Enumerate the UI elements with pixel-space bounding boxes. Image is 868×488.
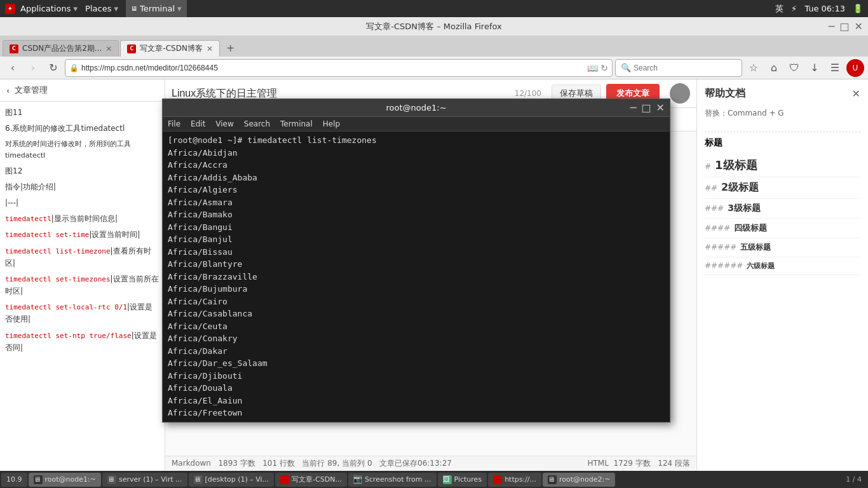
taskbar-item-server[interactable]: 🖥 server (1) – Virt ... bbox=[102, 473, 187, 487]
terminal-maximize-btn[interactable]: □ bbox=[641, 102, 651, 114]
terminal-title: root@node1:~ bbox=[386, 103, 446, 112]
heading-h3-item: ### 3级标题 bbox=[705, 199, 860, 219]
word-counter: 12/100 bbox=[515, 89, 541, 98]
maximize-btn[interactable]: □ bbox=[839, 20, 849, 32]
address-bar[interactable]: 🔒 📖 ↻ bbox=[65, 59, 613, 77]
tab-2-label: 写文章-CSDN博客 bbox=[140, 43, 203, 54]
taskbar-item-pictures[interactable]: 🖼 Pictures bbox=[438, 473, 487, 487]
article-title-input[interactable] bbox=[172, 88, 510, 99]
close-btn[interactable]: ✕ bbox=[855, 20, 863, 32]
editor-header: ‹ 文章管理 bbox=[0, 79, 165, 102]
reload-btn[interactable]: ↻ bbox=[44, 59, 62, 77]
terminal-line: Africa/Bujumbura bbox=[168, 283, 665, 295]
code-timedatectl-2: timedatectl set-time bbox=[5, 231, 89, 239]
taskbar-label-4: 写文章-CSDN... bbox=[292, 475, 342, 484]
tab-2-close[interactable]: ✕ bbox=[207, 44, 213, 53]
taskbar-item-terminal[interactable]: 🖥 root@node1:~ bbox=[29, 473, 101, 487]
content-line-10: timedatectl set-timezones|设置当前所在时区| bbox=[5, 273, 159, 297]
user-avatar-editor[interactable] bbox=[670, 83, 690, 104]
taskbar-item-csdn[interactable]: 写文章-CSDN... bbox=[275, 473, 347, 487]
content-line-9: timedatectl list-timezone|查看所有时区| bbox=[5, 245, 159, 269]
content-line-4: 图12 bbox=[5, 165, 159, 177]
minimize-btn[interactable]: ─ bbox=[829, 20, 835, 32]
download-icon[interactable]: ↓ bbox=[806, 59, 824, 77]
tab-2-icon: C bbox=[127, 44, 136, 53]
taskbar-server-icon: 🖥 bbox=[107, 475, 116, 484]
terminal-line: Africa/Algiers bbox=[168, 184, 665, 196]
shield-icon[interactable]: 🛡 bbox=[785, 59, 803, 77]
current-pos: 当前行 89, 当前列 0 bbox=[302, 459, 372, 468]
clock: Tue 06:13 bbox=[804, 4, 845, 13]
bookmark-icon[interactable]: ☆ bbox=[745, 59, 763, 77]
back-btn[interactable]: ‹ bbox=[4, 59, 22, 77]
language-indicator[interactable]: 英 bbox=[775, 3, 783, 15]
terminal-menu[interactable]: 🖥 Terminal ▾ bbox=[126, 0, 186, 17]
places-menu[interactable]: Places bbox=[85, 4, 111, 13]
terminal-minimize-btn[interactable]: ─ bbox=[630, 102, 637, 114]
heading-h1-item: # 1级标题 bbox=[705, 154, 860, 177]
terminal-line: Africa/El_Aaiun bbox=[168, 395, 665, 407]
home-icon[interactable]: ⌂ bbox=[765, 59, 783, 77]
terminal-close-btn[interactable]: ✕ bbox=[656, 102, 665, 114]
content-line-12: timedatectl set-ntp true/flase|设置是否同| bbox=[5, 330, 159, 354]
terminal-edit-menu[interactable]: Edit bbox=[191, 118, 205, 130]
tab-1-icon: C bbox=[10, 44, 18, 53]
terminal-file-menu[interactable]: File bbox=[168, 118, 180, 130]
terminal-line: Africa/Djibouti bbox=[168, 370, 665, 383]
terminal-help-menu[interactable]: Help bbox=[323, 118, 340, 130]
tab-1-label: CSDN产品公告第2期... bbox=[22, 43, 102, 54]
terminal-menubar: File Edit View Search Terminal Help bbox=[163, 117, 670, 132]
headings-section: 标题 # 1级标题 ## 2级标题 ### 3级标题 #### 四级标题 bbox=[705, 137, 860, 275]
back-arrow[interactable]: ‹ bbox=[6, 86, 10, 95]
search-bar[interactable]: 🔍 bbox=[615, 59, 742, 77]
taskbar-label-5: Screenshot from ... bbox=[365, 475, 431, 484]
terminal-terminal-menu[interactable]: Terminal bbox=[280, 118, 313, 130]
forward-btn[interactable]: › bbox=[24, 59, 42, 77]
status-right: HTML 1729 字数 124 段落 bbox=[587, 458, 690, 469]
heading-h4-item: #### 四级标题 bbox=[705, 219, 860, 238]
taskbar-item-numbers[interactable]: 10.9 bbox=[1, 473, 27, 487]
taskbar-label-2: server (1) – Virt ... bbox=[119, 475, 182, 484]
user-avatar[interactable]: U bbox=[846, 59, 864, 77]
breadcrumb[interactable]: 文章管理 bbox=[15, 85, 48, 96]
code-timedatectl-1: timedatectl bbox=[5, 215, 51, 223]
taskbar-item-url[interactable]: https://... bbox=[488, 473, 541, 487]
terminal-line: Africa/Banjul bbox=[168, 233, 665, 246]
replace-hint: 替换：Command + G bbox=[705, 108, 860, 119]
taskbar: 10.9 🖥 root@node1:~ 🖥 server (1) – Virt … bbox=[0, 471, 868, 488]
content-line-7: timedatectl|显示当前时间信息| bbox=[5, 213, 159, 225]
terminal-line: Africa/Douala bbox=[168, 382, 665, 395]
applications-menu[interactable]: Applications bbox=[20, 4, 71, 13]
tab-bar: C CSDN产品公告第2期... ✕ C 写文章-CSDN博客 ✕ + bbox=[0, 36, 868, 57]
firefox-titlebar: 写文章-CSDN博客 – Mozilla Firefox ─ □ ✕ bbox=[0, 17, 868, 36]
terminal-titlebar: root@node1:~ ─ □ ✕ bbox=[163, 99, 670, 117]
taskbar-label-7: https://... bbox=[505, 475, 536, 484]
mode-label: Markdown bbox=[172, 459, 211, 468]
terminal-body[interactable]: [root@node1 ~]# timedatectl list-timezon… bbox=[163, 132, 670, 422]
taskbar-label-0: 10.9 bbox=[6, 475, 22, 484]
terminal-search-menu[interactable]: Search bbox=[244, 118, 270, 130]
terminal-line: Africa/Casablanca bbox=[168, 308, 665, 320]
terminal-line: Africa/Asmara bbox=[168, 196, 665, 209]
terminal-view-menu[interactable]: View bbox=[215, 118, 233, 130]
heading-h6-item: ###### 六级标题 bbox=[705, 257, 860, 275]
tab-1-close[interactable]: ✕ bbox=[105, 44, 112, 53]
search-input[interactable] bbox=[634, 64, 736, 72]
lock-icon: 🔒 bbox=[69, 64, 79, 72]
tab-1[interactable]: C CSDN产品公告第2期... ✕ bbox=[3, 40, 119, 57]
code-timedatectl-5: timedatectl set-local-rtc 0/1 bbox=[5, 303, 127, 311]
tab-2[interactable]: C 写文章-CSDN博客 ✕ bbox=[120, 40, 220, 57]
taskbar-item-desktop[interactable]: 🖥 [desktop (1) – Vi... bbox=[189, 473, 275, 487]
new-tab-btn[interactable]: + bbox=[221, 39, 240, 57]
settings-icon[interactable]: ☰ bbox=[826, 59, 844, 77]
taskbar-item-node2[interactable]: 🖥 root@node2:~ bbox=[543, 473, 615, 487]
help-close-btn[interactable]: ✕ bbox=[852, 88, 860, 100]
refresh-icon[interactable]: ↻ bbox=[600, 63, 608, 73]
taskbar-item-screenshot[interactable]: 📷 Screenshot from ... bbox=[348, 473, 437, 487]
terminal-line: Africa/Cairo bbox=[168, 295, 665, 308]
taskbar-screenshot-icon: 📷 bbox=[353, 475, 362, 484]
terminal-line: Africa/Brazzaville bbox=[168, 271, 665, 283]
address-input[interactable] bbox=[81, 64, 585, 72]
battery-icon: 🔋 bbox=[853, 4, 863, 13]
html-label: HTML bbox=[587, 459, 611, 468]
